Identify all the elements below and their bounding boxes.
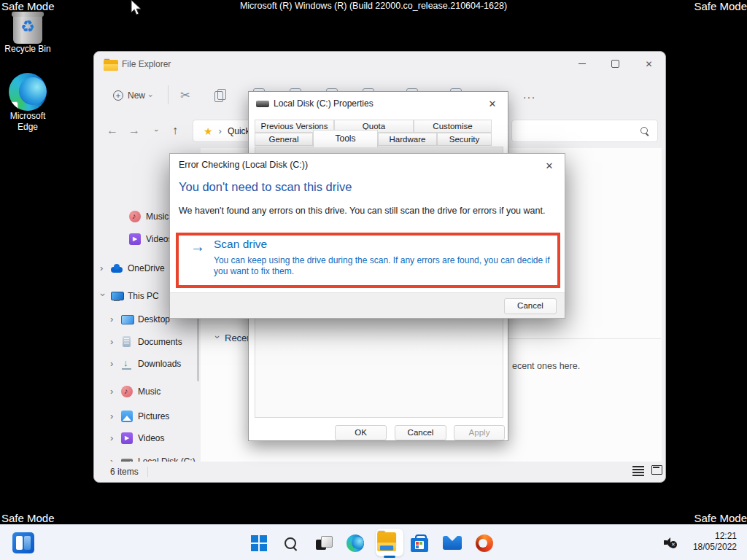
back-icon[interactable]: ← bbox=[103, 120, 122, 141]
store-button[interactable] bbox=[405, 527, 434, 559]
apply-button: Apply bbox=[454, 425, 505, 440]
start-button[interactable] bbox=[244, 527, 274, 559]
sidebar-item-downloads[interactable]: ›Downloads bbox=[110, 355, 199, 373]
recent-locations-icon[interactable]: › bbox=[147, 120, 166, 141]
mail-icon bbox=[443, 536, 462, 550]
copy-icon[interactable] bbox=[213, 88, 228, 103]
office-button[interactable] bbox=[470, 527, 499, 559]
search-icon bbox=[640, 126, 650, 136]
error-dialog-body: We haven't found any errors on this driv… bbox=[179, 206, 545, 216]
thumbnails-view-icon[interactable] bbox=[651, 465, 662, 475]
search-box[interactable] bbox=[511, 120, 658, 142]
sidebar-item-videos[interactable]: ›Videos bbox=[110, 429, 199, 447]
folder-icon bbox=[104, 60, 118, 71]
disk-icon bbox=[256, 101, 269, 107]
edge-label: Microsoft Edge bbox=[4, 111, 52, 133]
hard-disk-icon bbox=[121, 456, 133, 462]
close-icon[interactable]: ✕ bbox=[484, 97, 500, 112]
this-pc-icon bbox=[111, 290, 123, 302]
task-view-button[interactable] bbox=[309, 527, 338, 559]
see-more-button[interactable]: ... bbox=[519, 84, 541, 107]
music-icon bbox=[129, 211, 141, 222]
edge-icon: ↗ bbox=[9, 73, 47, 111]
search-icon bbox=[283, 536, 298, 551]
shortcut-arrow-icon: ↗ bbox=[9, 101, 18, 111]
tab-general[interactable]: General bbox=[255, 133, 313, 146]
onedrive-icon bbox=[111, 262, 123, 274]
videos-icon bbox=[121, 432, 133, 444]
clock-time: 12:21 bbox=[693, 531, 737, 542]
search-input[interactable] bbox=[518, 123, 635, 139]
desktop: Safe Mode Safe Mode Safe Mode Safe Mode … bbox=[0, 0, 747, 560]
tab-tools[interactable]: Tools bbox=[313, 130, 378, 147]
maximize-button[interactable] bbox=[599, 52, 632, 76]
desktop-icon-microsoft-edge[interactable]: ↗ Microsoft Edge bbox=[4, 73, 52, 133]
cancel-button[interactable]: Cancel bbox=[395, 425, 446, 440]
volume-muted-icon[interactable]: ✕ bbox=[664, 537, 677, 548]
office-icon bbox=[476, 534, 493, 552]
tab-security[interactable]: Security bbox=[437, 133, 492, 146]
chevron-down-icon: › bbox=[147, 94, 155, 96]
safe-mode-label-top-right: Safe Mode bbox=[694, 0, 747, 12]
error-dialog-heading: You don't need to scan this drive bbox=[179, 180, 352, 194]
desktop-icon-recycle-bin[interactable]: ♻ Recycle Bin bbox=[4, 12, 52, 55]
close-button[interactable] bbox=[632, 52, 665, 76]
edge-icon bbox=[347, 534, 364, 552]
close-icon[interactable]: ✕ bbox=[541, 159, 557, 174]
up-icon[interactable]: ↑ bbox=[166, 120, 185, 141]
breadcrumb-chevron-icon: › bbox=[219, 125, 222, 136]
chevron-down-icon: › bbox=[99, 293, 107, 299]
empty-folder-hint: ecent ones here. bbox=[512, 361, 580, 371]
taskbar-search-button[interactable] bbox=[276, 527, 305, 559]
details-view-icon[interactable] bbox=[632, 466, 644, 476]
downloads-icon bbox=[121, 358, 133, 370]
pictures-icon bbox=[121, 411, 133, 422]
music-icon bbox=[121, 386, 133, 397]
tab-customise[interactable]: Customise bbox=[414, 120, 492, 133]
explorer-titlebar[interactable]: File Explorer bbox=[94, 52, 665, 77]
scan-drive-command-link[interactable]: → Scan drive You can keep using the driv… bbox=[176, 233, 560, 288]
window-title: File Explorer bbox=[122, 59, 171, 69]
sidebar-item-local-disk-c[interactable]: ›Local Disk (C:) bbox=[110, 453, 199, 462]
taskbar-clock[interactable]: 12:21 18/05/2022 bbox=[693, 531, 737, 553]
taskbar-edge-button[interactable] bbox=[341, 527, 370, 559]
start-icon bbox=[251, 535, 267, 551]
sidebar-item-music[interactable]: ›Music bbox=[110, 383, 199, 400]
item-count: 6 items bbox=[110, 467, 148, 477]
forward-icon[interactable]: → bbox=[125, 120, 144, 141]
chevron-right-icon: › bbox=[100, 265, 106, 272]
videos-icon bbox=[129, 233, 141, 245]
widgets-button[interactable] bbox=[12, 532, 34, 553]
safe-mode-label-bottom-left: Safe Mode bbox=[1, 512, 55, 524]
taskbar: ✕ 12:21 18/05/2022 bbox=[0, 524, 747, 560]
plus-icon: + bbox=[113, 90, 123, 101]
properties-dialog-title: Local Disk (C:) Properties bbox=[274, 98, 374, 109]
active-app-indicator bbox=[384, 556, 395, 558]
quick-access-star-icon: ★ bbox=[204, 125, 213, 137]
ok-button[interactable]: OK bbox=[335, 425, 387, 440]
store-icon bbox=[411, 534, 428, 552]
mouse-cursor bbox=[131, 0, 145, 16]
mail-button[interactable] bbox=[438, 527, 467, 559]
cancel-button[interactable]: Cancel bbox=[504, 298, 557, 314]
clock-date: 18/05/2022 bbox=[693, 542, 737, 553]
tab-hardware[interactable]: Hardware bbox=[378, 133, 437, 146]
sidebar-item-pictures[interactable]: ›Pictures bbox=[110, 408, 199, 425]
error-dialog-title: Error Checking (Local Disk (C:)) bbox=[179, 160, 308, 170]
new-button-label: New bbox=[128, 90, 145, 101]
safe-mode-label-top-left: Safe Mode bbox=[1, 0, 55, 12]
cut-icon[interactable]: ✂ bbox=[178, 88, 193, 103]
error-dialog-footer: Cancel bbox=[170, 292, 565, 318]
toolbar-divider bbox=[168, 85, 169, 104]
documents-icon bbox=[121, 336, 133, 348]
error-checking-dialog: Error Checking (Local Disk (C:)) ✕ You d… bbox=[169, 153, 565, 319]
new-button[interactable]: + New › bbox=[107, 84, 157, 107]
minimize-button[interactable] bbox=[565, 52, 598, 76]
sidebar-item-documents[interactable]: ›Documents bbox=[110, 333, 199, 351]
recycle-bin-label: Recycle Bin bbox=[4, 44, 52, 55]
desktop-icon bbox=[121, 314, 133, 325]
file-explorer-icon bbox=[377, 532, 402, 551]
windows-build-watermark: Microsoft (R) Windows (R) (Build 22000.c… bbox=[240, 1, 507, 11]
red-highlight-annotation bbox=[176, 233, 560, 288]
safe-mode-label-bottom-right: Safe Mode bbox=[694, 512, 747, 524]
